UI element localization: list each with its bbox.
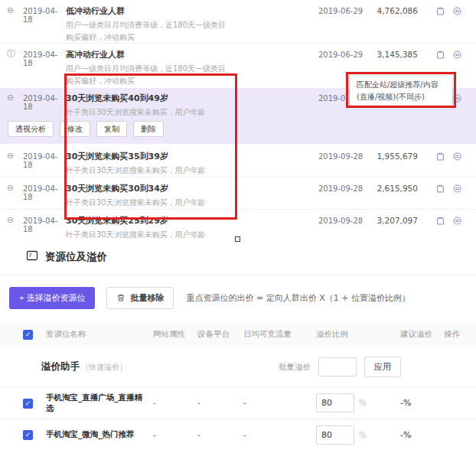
percent-suffix: % xyxy=(359,399,367,407)
row-checkbox[interactable]: ✓ xyxy=(23,399,33,409)
traffic-value: - xyxy=(233,430,309,440)
apply-button[interactable]: 应用 xyxy=(364,357,401,377)
coverage-count: 3,207,097 xyxy=(369,215,418,225)
coin-icon[interactable] xyxy=(452,152,462,161)
clipboard-icon[interactable] xyxy=(435,184,445,194)
section-title: 资源位及溢价 xyxy=(45,250,107,264)
collapse-toggle-icon[interactable]: ⊖ xyxy=(0,183,23,193)
premium-helper-title: 溢价助手 xyxy=(41,360,80,373)
coin-icon[interactable] xyxy=(452,184,462,194)
info-icon[interactable]: ⓘ xyxy=(0,49,23,59)
header-operations: 操作 xyxy=(441,329,471,340)
updated-date: 2019-06-29 xyxy=(318,5,369,15)
percent-suffix: % xyxy=(359,431,367,439)
traffic-value: - xyxy=(233,398,309,408)
coverage-count: 4,762,086 xyxy=(369,5,418,15)
premium-input[interactable] xyxy=(316,393,354,412)
created-date: 2019-04-18 xyxy=(23,215,66,233)
clipboard-icon[interactable] xyxy=(435,152,445,161)
created-date: 2019-04-18 xyxy=(23,151,66,169)
resource-row: ✓ 手机淘宝_微淘_热门推荐 - - - % -% xyxy=(0,419,476,450)
suggested-premium: -% xyxy=(393,398,441,408)
header-site: 网站属性 xyxy=(142,329,187,340)
crowd-title: 30天浏览未购买30到34岁 xyxy=(66,183,314,194)
site-value: - xyxy=(142,398,187,408)
clipboard-icon[interactable] xyxy=(435,50,445,60)
premium-helper-subtitle: （快速溢价） xyxy=(81,362,127,373)
collapse-toggle-icon[interactable]: ⊖ xyxy=(0,151,23,161)
select-all-checkbox[interactable]: ✓ xyxy=(23,330,33,340)
edit-button[interactable]: 修改 xyxy=(60,121,90,137)
bulk-premium-input[interactable] xyxy=(318,357,357,376)
row-action-bar: 透视分析 修改 复制 删除 xyxy=(0,119,476,144)
coverage-count: 2,615,950 xyxy=(369,183,418,193)
premium-helper-row: 溢价助手 （快速溢价） 批量溢价 应用 xyxy=(0,347,476,387)
row-checkbox[interactable]: ✓ xyxy=(23,430,33,440)
resource-table-header: ✓ 资源位名称 网站属性 设备平台 日均可竞流量 溢价比例 建议溢价 操作 xyxy=(0,321,476,347)
updated-date: 2019-09-28 xyxy=(318,183,369,193)
suggested-premium: -% xyxy=(393,430,441,440)
created-date: 2019-04-18 xyxy=(23,49,66,67)
resource-premium-section: 资源位及溢价 + 选择溢价资源位 批量移除 重点资源位的出价 = 定向人群出价 … xyxy=(0,249,476,450)
crowd-row[interactable]: ⊖ 2019-04-18 30天浏览未购买30到34岁 叶子类目30天浏览搜索未… xyxy=(0,177,476,209)
bulk-remove-label: 批量移除 xyxy=(130,292,164,304)
insight-button[interactable]: 透视分析 xyxy=(8,121,54,137)
crowd-row[interactable]: ⊖ 2019-04-18 30天浏览未购买25到29岁 叶子类目30天浏览搜索未… xyxy=(0,209,476,241)
site-value: - xyxy=(142,430,187,440)
resource-row: ✓ 手机淘宝_直播广场_直播精选 - - - % -% xyxy=(0,387,476,419)
copy-button[interactable]: 复制 xyxy=(96,121,127,137)
crowd-desc: 叶子类目30天浏览搜索未购买，用户年龄 xyxy=(66,197,230,209)
resource-panel-icon xyxy=(26,249,38,265)
header-traffic: 日均可竞流量 xyxy=(233,329,309,340)
resource-name: 手机淘宝_直播广场_直播精选 xyxy=(41,393,142,414)
resource-name: 手机淘宝_微淘_热门推荐 xyxy=(41,429,142,440)
updated-date: 2019-09-28 xyxy=(318,215,369,225)
select-premium-resource-button[interactable]: + 选择溢价资源位 xyxy=(9,287,95,309)
header-suggested: 建议溢价 xyxy=(393,329,441,340)
clipboard-icon[interactable] xyxy=(435,216,445,226)
bulk-remove-button[interactable]: 批量移除 xyxy=(106,287,174,309)
created-date: 2019-04-18 xyxy=(23,5,66,24)
crowd-title: 30天浏览未购买40到49岁 xyxy=(66,93,314,104)
resize-handle xyxy=(235,236,240,242)
crowd-title: 30天浏览未购买25到29岁 xyxy=(66,215,314,226)
coin-icon[interactable] xyxy=(452,50,462,60)
crowd-desc: 叶子类目30天浏览搜索未购买，用户年龄 xyxy=(66,106,230,119)
header-resource-name: 资源位名称 xyxy=(41,329,142,340)
crowd-title: 低冲动行业人群 xyxy=(66,5,314,17)
device-value: - xyxy=(187,398,233,408)
trash-icon xyxy=(116,293,126,304)
premium-input[interactable] xyxy=(316,425,354,445)
coin-icon[interactable] xyxy=(452,93,462,103)
updated-date: 2019-09-28 xyxy=(318,151,369,161)
crowd-desc: 用户一级类目月均消费等级，近180天一级类目购买偏好，冲动购买 xyxy=(66,63,230,86)
channel-tooltip: 匹配全站/超级推荐/内容(直播/视频)(不同步) xyxy=(350,75,452,106)
created-date: 2019-04-18 xyxy=(23,183,66,201)
updated-date: 2019-06-29 xyxy=(318,49,369,59)
coverage-count: 1,955,679 xyxy=(369,151,418,161)
pricing-formula: 重点资源位的出价 = 定向人群出价 X（1 + 位置溢价比例） xyxy=(186,292,409,304)
crowd-desc: 叶子类目30天浏览搜索未购买，用户年龄 xyxy=(66,165,230,177)
crowd-title: 30天浏览未购买35到39岁 xyxy=(66,151,314,162)
coin-icon[interactable] xyxy=(452,216,462,226)
delete-button[interactable]: 删除 xyxy=(133,121,164,137)
clipboard-icon[interactable] xyxy=(435,6,445,16)
crowd-title: 高冲动行业人群 xyxy=(66,49,314,60)
collapse-toggle-icon[interactable]: ⊖ xyxy=(0,93,23,103)
bulk-premium-label: 批量溢价 xyxy=(279,362,311,373)
collapse-toggle-icon[interactable]: ⊖ xyxy=(0,5,23,15)
crowd-row[interactable]: ⊖ 2019-04-18 低冲动行业人群 用户一级类目月均消费等级，近180天一… xyxy=(0,0,476,43)
header-premium: 溢价比例 xyxy=(309,329,393,340)
header-device: 设备平台 xyxy=(187,329,233,340)
crowd-desc: 用户一级类目月均消费等级，近180天一级类目购买偏好，冲动购买 xyxy=(66,19,230,43)
crowd-row[interactable]: ⊖ 2019-04-18 30天浏览未购买35到39岁 叶子类目30天浏览搜索未… xyxy=(0,145,476,177)
crowd-desc: 叶子类目30天浏览搜索未购买，用户年龄 xyxy=(66,229,230,241)
created-date: 2019-04-18 xyxy=(23,93,66,111)
divider xyxy=(0,275,476,275)
crowd-table: ⊖ 2019-04-18 低冲动行业人群 用户一级类目月均消费等级，近180天一… xyxy=(0,0,476,240)
coverage-count: 3,145,385 xyxy=(369,49,418,59)
device-value: - xyxy=(187,430,233,440)
coin-icon[interactable] xyxy=(452,6,462,16)
collapse-toggle-icon[interactable]: ⊖ xyxy=(0,215,23,225)
